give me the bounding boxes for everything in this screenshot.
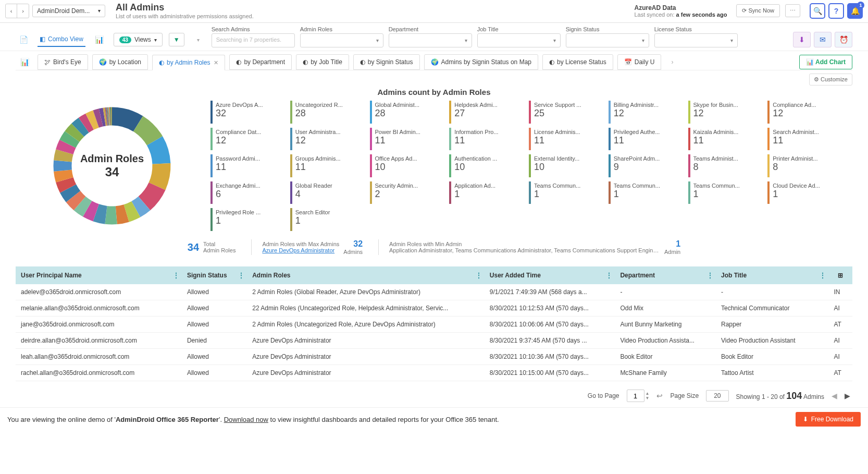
role-tile[interactable]: Security Admin...2	[370, 181, 444, 204]
donut-slice[interactable]	[78, 125, 83, 130]
role-tile[interactable]: Search Editor1	[290, 208, 365, 231]
donut-slice[interactable]	[63, 152, 64, 161]
role-tile[interactable]: User Administra...12	[290, 128, 365, 151]
column-settings-icon[interactable]: ⊞	[838, 272, 843, 279]
role-tile[interactable]: Global Administ...28	[370, 101, 444, 124]
download-button[interactable]: ⬇	[793, 32, 811, 47]
column-header[interactable]: User Added Time⋮	[485, 266, 615, 284]
donut-slice[interactable]	[112, 116, 138, 124]
close-icon[interactable]: ✕	[214, 59, 218, 66]
column-menu-icon[interactable]: ⋮	[238, 271, 245, 279]
chart-tab-by-admin-roles[interactable]: ◐by Admin Roles✕	[152, 55, 225, 70]
chart-tab-bird-s-eye[interactable]: 🕊Bird's Eye	[38, 54, 88, 70]
schedule-button[interactable]: ⏰	[835, 32, 852, 47]
column-header[interactable]: Job Title⋮	[716, 266, 828, 284]
free-download-button[interactable]: ⬇ Free Download	[796, 412, 861, 427]
donut-slice[interactable]	[144, 186, 157, 203]
table-row[interactable]: deirdre.allan@o365droid.onmicrosoft.comD…	[16, 333, 852, 349]
add-chart-button[interactable]: 📊 Add Chart	[799, 55, 852, 69]
email-button[interactable]: ✉	[814, 32, 832, 47]
role-tile[interactable]: Global Reader4	[290, 181, 365, 204]
donut-slice[interactable]	[116, 213, 126, 215]
back-button[interactable]: ‹	[6, 4, 17, 18]
role-tile[interactable]: Authentication ...10	[449, 154, 524, 177]
search-input[interactable]: Searching in 7 properties.	[212, 33, 295, 47]
column-header[interactable]: Signin Status⋮	[182, 266, 247, 284]
next-page[interactable]: ▶	[845, 392, 850, 400]
role-tile[interactable]: Groups Adminis...11	[290, 154, 365, 177]
prev-page[interactable]: ◀	[832, 392, 837, 400]
chart-tab-by-license-status[interactable]: ◐by License Status	[542, 54, 613, 70]
filter-signin-status[interactable]: ▾	[566, 33, 649, 47]
role-tile[interactable]: Service Support ...25	[529, 101, 603, 124]
donut-slice[interactable]	[101, 117, 104, 117]
role-tile[interactable]: Teams Administ...8	[688, 154, 763, 177]
chart-tab-daily-u[interactable]: 📅Daily U	[617, 54, 662, 70]
column-menu-icon[interactable]: ⋮	[172, 271, 180, 279]
views-dropdown[interactable]: 43 Views ▾	[114, 33, 163, 46]
role-tile[interactable]: Application Ad...1	[449, 181, 524, 204]
role-tile[interactable]: Exchange Admi...6	[210, 181, 285, 204]
goto-button[interactable]: ↩	[656, 392, 663, 400]
role-tile[interactable]: License Adminis...11	[529, 128, 603, 151]
filter-job-title[interactable]: ▾	[477, 33, 561, 47]
donut-slice[interactable]	[63, 171, 64, 180]
donut-slice[interactable]	[138, 124, 155, 141]
role-tile[interactable]: Uncategorized R...28	[290, 101, 365, 124]
table-row[interactable]: melanie.allan@o365droid.onmicrosoft.comA…	[16, 300, 852, 317]
page-size[interactable]: 20	[706, 390, 728, 402]
role-tile[interactable]: Password Admi...11	[210, 154, 285, 177]
goto-page-input[interactable]	[627, 390, 644, 402]
tabs-scroll-right[interactable]: ›	[665, 58, 679, 66]
role-tile[interactable]: Kaizala Adminis...11	[688, 128, 763, 151]
donut-slice[interactable]	[106, 215, 116, 215]
table-row[interactable]: jane@o365droid.onmicrosoft.comAllowed2 A…	[16, 317, 852, 333]
table-row[interactable]: adelev@o365droid.onmicrosoft.comAllowed2…	[16, 284, 852, 300]
role-tile[interactable]: External Identity...10	[529, 154, 603, 177]
filter-department[interactable]: ▾	[389, 33, 472, 47]
role-tile[interactable]: SharePoint Adm...9	[609, 154, 683, 177]
chart-tab-by-job-title[interactable]: ◐by Job Title	[296, 54, 349, 70]
donut-slice[interactable]	[65, 144, 68, 152]
donut-slice[interactable]	[68, 137, 72, 144]
donut-slice[interactable]	[80, 203, 88, 209]
donut-slice[interactable]	[84, 121, 90, 125]
role-tile[interactable]: Privileged Authe...11	[609, 128, 683, 151]
column-menu-icon[interactable]: ⋮	[706, 271, 714, 279]
role-tile[interactable]: Cloud Device Ad...1	[767, 181, 842, 204]
donut-slice[interactable]	[136, 203, 144, 209]
role-tile[interactable]: Azure DevOps A...32	[210, 101, 285, 124]
role-tile[interactable]: Information Pro...11	[449, 128, 524, 151]
sync-now-button[interactable]: ⟳ Sync Now	[736, 4, 780, 17]
role-tile[interactable]: Office Apps Ad...10	[370, 154, 444, 177]
donut-slice[interactable]	[157, 164, 162, 186]
chart-settings-icon[interactable]: 📊	[16, 58, 33, 66]
donut-slice[interactable]	[127, 209, 136, 213]
role-tile[interactable]: Teams Commun...1	[609, 181, 683, 204]
filter-button[interactable]: ▼	[169, 33, 184, 46]
role-tile[interactable]: Teams Commun...1	[529, 181, 603, 204]
tenant-selector[interactable]: AdminDroid Dem... ▾	[32, 5, 105, 17]
report-icon[interactable]: 📄	[16, 32, 31, 47]
role-tile[interactable]: Power BI Admin...11	[370, 128, 444, 151]
column-header[interactable]: User Principal Name⋮	[16, 266, 182, 284]
donut-slice[interactable]	[72, 130, 78, 136]
role-tile[interactable]: Printer Administ...8	[767, 154, 842, 177]
filter-admin-roles[interactable]: ▾	[300, 33, 383, 47]
filter-license-status[interactable]: ▾	[654, 33, 738, 47]
customize-button[interactable]: ⚙ Customize	[809, 74, 852, 86]
filter-dropdown[interactable]: ▾	[191, 32, 206, 47]
role-tile[interactable]: Skype for Busin...12	[688, 101, 763, 124]
role-tile[interactable]: Search Administ...11	[767, 128, 842, 151]
role-tile[interactable]: Helpdesk Admi...27	[449, 101, 524, 124]
donut-slice[interactable]	[73, 197, 80, 203]
max-role-link[interactable]: Azure DevOps Administrator	[262, 247, 339, 253]
column-header[interactable]: ⊞	[828, 266, 852, 284]
table-row[interactable]: leah.allan@o365droid.onmicrosoft.comAllo…	[16, 349, 852, 365]
chart-icon[interactable]: 📊	[92, 32, 107, 47]
page-down[interactable]: ▼	[646, 396, 650, 400]
donut-slice[interactable]	[96, 213, 106, 215]
page-up[interactable]: ▲	[646, 391, 650, 396]
role-tile[interactable]: Billing Administr...12	[609, 101, 683, 124]
donut-slice[interactable]	[68, 189, 73, 197]
